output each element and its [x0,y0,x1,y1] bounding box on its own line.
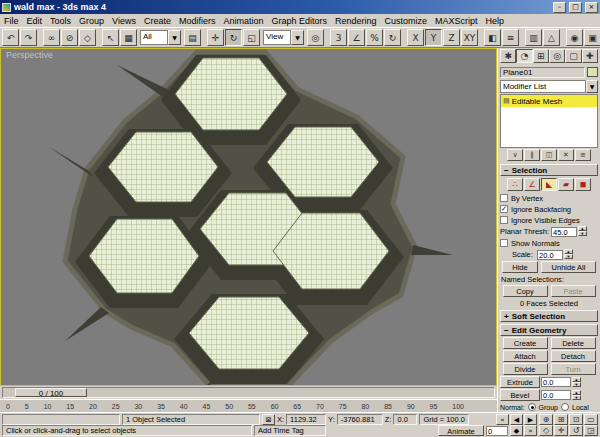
time-slider-handle[interactable]: 0 / 100 [15,388,87,397]
zoom-region-button[interactable]: ▭ [584,414,598,425]
menu-item[interactable]: Help [482,16,509,26]
tab-modify[interactable]: ◔ [516,49,532,63]
selection-lock-toggle[interactable]: ⊠ [262,414,275,425]
attach-button[interactable]: Attach [503,350,548,362]
normal-group-radio[interactable] [528,403,536,411]
extrude-button[interactable]: Extrude [500,376,540,388]
menu-item[interactable]: Modifiers [175,16,220,26]
unlink-tool-button[interactable]: ⊘ [61,29,78,46]
z-coord-field[interactable]: 0.0 [393,414,417,425]
modifier-stack[interactable]: ▤ Editable Mesh [500,94,598,148]
animate-button[interactable]: Animate [438,425,484,436]
extrude-field[interactable]: 0.0 [541,377,571,387]
menu-item[interactable]: Animation [219,16,267,26]
menu-item[interactable]: MAXScript [431,16,482,26]
go-to-start-button[interactable]: « [496,414,509,425]
detach-button[interactable]: Detach [551,350,596,362]
menu-item[interactable]: Create [140,16,175,26]
menu-item[interactable]: Edit [23,16,47,26]
angle-snap-button[interactable]: ∠ [348,29,365,46]
select-link-tool-button[interactable]: ∞ [43,29,60,46]
material-editor-button[interactable]: ◉ [566,29,583,46]
ignore-visible-edges-checkbox[interactable] [500,216,508,224]
zoom-all-button[interactable]: ⊞ [554,414,568,425]
show-normals-checkbox[interactable] [500,239,508,247]
divide-button[interactable]: Divide [503,363,548,375]
paste-button[interactable]: Paste [551,285,596,297]
arc-rotate-button[interactable]: ↺ [569,425,583,436]
bevel-field[interactable]: 0.0 [541,390,571,400]
delete-button[interactable]: Delete [551,337,596,349]
hide-button[interactable]: Hide [502,261,538,273]
tab-utilities[interactable]: ✚ [582,49,598,63]
tab-hierarchy[interactable]: ⊞ [533,49,549,63]
menu-item[interactable]: Tools [46,16,75,26]
edge-subobject-button[interactable]: ∠ [524,178,540,191]
zoom-extents-button[interactable]: ⊡ [569,414,583,425]
pin-stack-button[interactable]: ∨ [507,149,523,161]
restrict-z-button[interactable]: Z [443,29,460,46]
menu-item[interactable]: Views [108,16,140,26]
selection-filter-combo[interactable]: All ▼ [140,30,181,45]
scale-field[interactable]: 20.0 [537,250,563,260]
field-of-view-button[interactable]: ◇ [539,425,553,436]
spinner-down-icon[interactable]: ▾ [578,231,587,236]
current-frame-field[interactable]: 0 [486,426,508,436]
bevel-button[interactable]: Bevel [500,389,540,401]
track-view-button[interactable]: ▥ [525,29,542,46]
redo-tool-button[interactable]: ↷ [20,29,37,46]
normal-local-radio[interactable] [561,403,569,411]
viewport-label[interactable]: Perspective [6,50,53,60]
percent-snap-button[interactable]: % [366,29,383,46]
menu-item[interactable]: File [0,16,23,26]
select-by-name-tool-button[interactable]: ▤ [184,29,201,46]
mirror-tool-button[interactable]: ◧ [484,29,501,46]
region-select-tool-button[interactable]: ▦ [120,29,137,46]
close-button[interactable]: × [585,2,598,13]
selection-rollout-header[interactable]: − Selection [500,164,598,176]
use-pivot-tool-button[interactable]: ◎ [307,29,324,46]
copy-button[interactable]: Copy [503,285,548,297]
maximize-button[interactable]: □ [569,2,582,13]
play-button[interactable]: ▶ [524,414,537,425]
go-to-end-button[interactable]: » [524,425,537,436]
move-tool-button[interactable]: ✛ [207,29,224,46]
create-button[interactable]: Create [503,337,548,349]
planar-thresh-field[interactable]: 45.0 [551,227,577,237]
show-end-result-button[interactable]: ∥ [524,149,540,161]
face-subobject-button[interactable]: ◣ [541,178,557,191]
scale-tool-button[interactable]: ◱ [243,29,260,46]
unhide-all-button[interactable]: Unhide All [541,261,596,273]
chevron-down-icon[interactable]: ▼ [168,30,181,45]
menu-item[interactable]: Graph Editors [267,16,331,26]
tab-motion[interactable]: ◎ [549,49,565,63]
y-coord-field[interactable]: -3760.881 [337,414,383,425]
undo-tool-button[interactable]: ↶ [2,29,19,46]
chevron-down-icon[interactable]: ▼ [586,80,598,93]
track-bar[interactable]: 0510152025303540455055606570758085909510… [0,399,497,412]
by-vertex-checkbox[interactable] [500,194,508,202]
object-name-field[interactable]: Plane01 [500,67,585,78]
vertex-subobject-button[interactable]: ∴ [507,178,523,191]
spinner-down-icon[interactable]: ▾ [564,254,573,259]
bind-spacewarp-tool-button[interactable]: ◇ [79,29,96,46]
perspective-viewport[interactable]: Perspective [0,48,497,386]
restrict-xy-button[interactable]: XY [461,29,478,46]
object-color-swatch[interactable] [587,67,598,77]
restrict-y-button[interactable]: Y [425,29,442,46]
min-max-toggle-button[interactable]: ◲ [584,425,598,436]
menu-item[interactable]: Customize [381,16,432,26]
add-time-tag[interactable]: Add Time Tag [254,425,326,436]
restrict-x-button[interactable]: X [407,29,424,46]
ignore-backfacing-checkbox[interactable]: ✓ [500,205,508,213]
time-slider-track[interactable]: 0 / 100 [2,387,495,398]
minimize-button[interactable]: – [553,2,566,13]
render-scene-button[interactable]: ▣ [584,29,600,46]
spinner-snap-button[interactable]: ↻ [384,29,401,46]
snap-toggle-button[interactable]: 3 [330,29,347,46]
tab-display[interactable]: ▢ [565,49,581,63]
previous-frame-button[interactable]: ◀ [510,414,523,425]
spinner-down-icon[interactable]: ▾ [572,395,581,400]
schematic-view-button[interactable]: △ [543,29,560,46]
configure-stack-button[interactable]: ≡ [575,149,591,161]
